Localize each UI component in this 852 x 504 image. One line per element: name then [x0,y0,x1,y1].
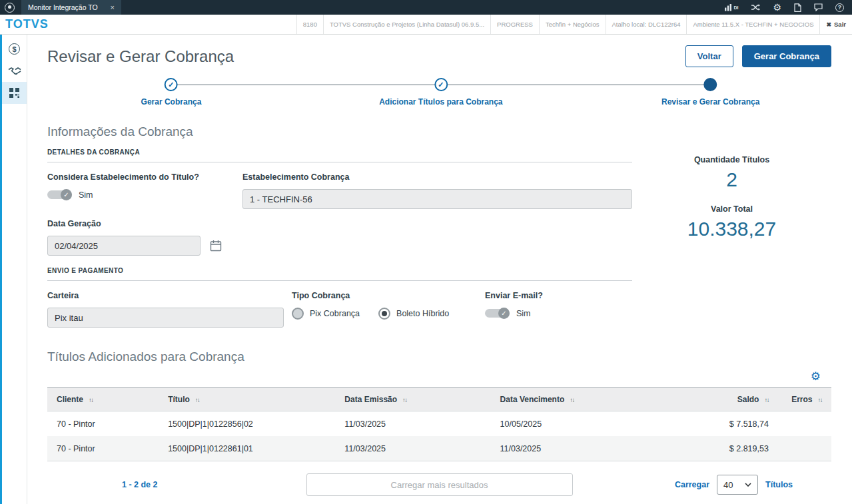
enviar-email-toggle[interactable]: ✓ [485,308,510,319]
cell-vencimento: 10/05/2025 [491,411,712,437]
cell-cliente: 70 - Pintor [47,411,159,437]
carteira-input[interactable] [47,308,284,328]
app-tab-title: Monitor Integração TO [28,3,104,11]
chevron-down-icon [745,483,751,487]
env-shortcut: Atalho local: DLC122r64 [606,15,687,34]
step-adicionar-titulos[interactable]: ✓ Adicionar Títulos para Cobrança [379,78,502,107]
gear-icon[interactable]: ⚙ [773,3,781,11]
sidebar-item-handshake[interactable] [2,60,27,82]
col-header-data-vencimento[interactable]: Data Vencimento↑↓ [491,388,712,411]
qty-titulos-label: Quantidade Títulos [632,155,831,164]
estabelecimento-input[interactable] [242,189,632,209]
radio-pix-cobranca[interactable]: Pix Cobrança [292,308,360,320]
table-settings-gear-icon[interactable]: ⚙ [811,370,821,383]
tipo-cobranca-label: Tipo Cobrança [292,291,485,300]
help-icon[interactable]: ? [835,3,844,12]
radio-unselected-icon [292,308,304,320]
sort-icon: ↑↓ [402,396,407,403]
data-geracao-input[interactable] [47,236,201,256]
enviar-email-value: Sim [516,309,531,318]
sidebar-item-billing[interactable]: $ [2,38,27,60]
titles-table: Cliente↑↓ Título↑↓ Data Emissão↑↓ Data V… [47,387,831,461]
generate-billing-button[interactable]: Gerar Cobrança [742,45,831,67]
env-module: Techfin + Negócios [539,15,606,34]
cell-erros [778,436,831,461]
env-product: TOTVS Construção e Projetos (Linha Datas… [323,15,490,34]
load-label: Carregar [675,480,709,489]
wizard-stepper: ✓ Gerar Cobrança ✓ Adicionar Títulos par… [47,78,831,117]
cell-saldo: $ 2.819,53 [712,436,778,461]
page-size-select[interactable]: 40 [717,475,758,495]
results-range: 1 - 2 de 2 [122,480,158,489]
cell-vencimento: 11/03/2025 [491,436,712,461]
group-detalhes-caption: DETALHES DA COBRANÇA [47,148,632,162]
totvs-logo: TOTVS [5,17,49,31]
back-button[interactable]: Voltar [685,45,733,67]
handshake-icon [8,67,21,76]
sidebar: $ [0,35,27,504]
valor-total-value: 10.338,27 [632,218,831,240]
col-header-cliente[interactable]: Cliente↑↓ [47,388,159,411]
os-topbar: Monitor Integração TO × DI ⚙ ? [0,0,852,15]
exit-label: Sair [834,21,846,28]
cell-cliente: 70 - Pintor [47,436,159,461]
valor-total-label: Valor Total [632,204,831,214]
exit-button[interactable]: ✖ Sair [819,15,852,34]
cell-titulo: 1500|DP|1|0122861|01 [159,436,335,461]
calendar-icon[interactable] [210,240,222,252]
info-section-title: Informações da Cobrança [47,125,831,139]
data-geracao-label: Data Geração [47,219,222,228]
app-tab-monitor-integracao[interactable]: Monitor Integração TO × [21,0,121,15]
toggle-check-icon: ✓ [61,189,72,200]
step-revisar-gerar[interactable]: Revisar e Gerar Cobrança [661,78,759,107]
cell-titulo: 1500|DP|1|0122856|02 [159,411,335,437]
cell-emissao: 11/03/2025 [335,411,490,437]
dollar-circle-icon: $ [9,43,20,55]
considera-value: Sim [79,190,93,200]
datasul-logo-icon [5,3,15,13]
qr-grid-icon [9,88,19,98]
environment-info-bar: 8180 TOTVS Construção e Projetos (Linha … [296,15,852,34]
sort-icon: ↑↓ [570,396,574,403]
estabelecimento-label: Estabelecimento Cobrança [242,172,632,182]
close-icon: ✖ [826,21,831,28]
tab-close-icon[interactable]: × [111,3,115,11]
bar-chart-icon[interactable]: DI [724,3,738,11]
page-title: Revisar e Gerar Cobrança [47,47,234,66]
step-gerar-cobranca[interactable]: ✓ Gerar Cobrança [141,78,202,107]
step-current-dot-icon [704,78,717,91]
cell-saldo: $ 7.518,74 [712,411,778,437]
col-header-saldo[interactable]: Saldo↑↓ [712,388,778,411]
col-header-erros[interactable]: Erros↑↓ [778,388,831,411]
sidebar-item-integration-monitor[interactable] [2,82,27,104]
group-envio-caption: ENVIO E PAGAMENTO [47,267,632,281]
table-row: 70 - Pintor 1500|DP|1|0122856|02 11/03/2… [47,411,831,437]
step-done-check-icon: ✓ [165,78,178,91]
sort-icon: ↑↓ [89,396,93,403]
chat-icon[interactable] [814,3,823,11]
env-port: 8180 [296,15,323,34]
env-ambiente: Ambiente 11.5.X - TECHFIN + NEGOCIOS [686,15,819,34]
qty-titulos-value: 2 [632,168,831,191]
table-row: 70 - Pintor 1500|DP|1|0122861|01 11/03/2… [47,436,831,461]
shuffle-icon[interactable] [751,3,760,11]
titles-section-title: Títulos Adicionados para Cobrança [47,350,831,364]
app-header: TOTVS 8180 TOTVS Construção e Projetos (… [0,15,852,35]
toggle-check-icon: ✓ [498,308,510,319]
considera-label: Considera Estabelecimento do Título? [47,172,242,182]
carteira-label: Carteira [47,291,292,300]
load-more-button[interactable]: Carregar mais resultados [306,473,573,496]
sort-icon: ↑↓ [818,396,823,403]
document-icon[interactable] [794,3,801,12]
col-header-data-emissao[interactable]: Data Emissão↑↓ [335,388,490,411]
considera-toggle[interactable]: ✓ [47,189,72,200]
cell-emissao: 11/03/2025 [335,436,490,461]
col-header-titulo[interactable]: Título↑↓ [159,388,335,411]
enviar-email-label: Enviar E-mail? [485,291,632,300]
radio-boleto-hibrido[interactable]: Boleto Híbrido [378,308,449,320]
sort-icon: ↑↓ [195,396,200,403]
table-header-row: Cliente↑↓ Título↑↓ Data Emissão↑↓ Data V… [47,388,831,411]
topbar-actions: DI ⚙ ? [724,3,844,12]
unit-label: Títulos [765,480,793,489]
sort-icon: ↑↓ [764,396,769,403]
